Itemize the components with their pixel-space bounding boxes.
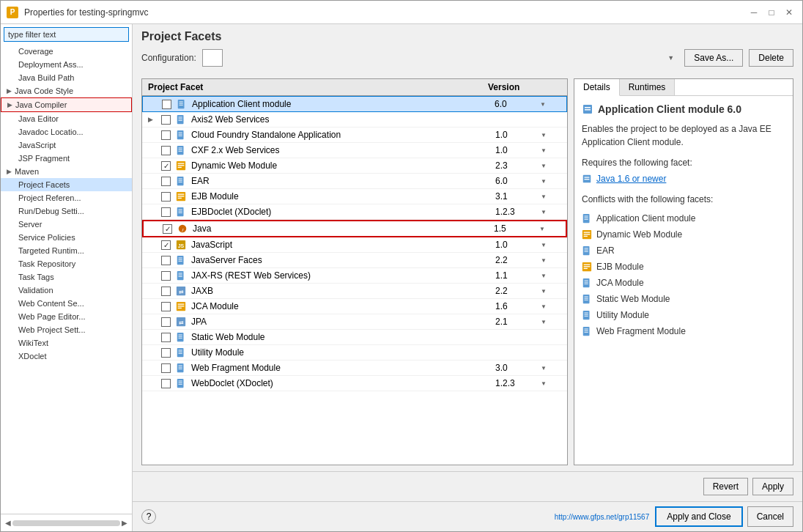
facet-version-dropdown[interactable]: ▼ [541, 257, 547, 264]
facet-checkbox-axis2[interactable] [161, 115, 171, 125]
sidebar-item-java-editor[interactable]: Java Editor [1, 112, 132, 125]
facet-checkbox-utility-module[interactable] [161, 348, 171, 358]
facet-version-dropdown[interactable]: ▼ [540, 101, 546, 108]
facet-version-dropdown[interactable]: ▼ [541, 380, 547, 387]
tab-runtimes[interactable]: Runtimes [620, 79, 676, 95]
scroll-right-arrow[interactable]: ▶ [120, 517, 129, 528]
facet-version-dropdown[interactable]: ▼ [541, 178, 547, 185]
sidebar-item-javadoc-location[interactable]: Javadoc Locatio... [1, 125, 132, 138]
sidebar-item-java-build-path[interactable]: Java Build Path [1, 71, 132, 84]
facet-row-ejb-module[interactable]: EJB Module 3.1 ▼ [142, 189, 567, 204]
sidebar-item-project-facets[interactable]: Project Facets [1, 178, 132, 191]
requires-value[interactable]: Java 1.6 or newer [596, 172, 666, 185]
sidebar-item-service-policies[interactable]: Service Policies [1, 231, 132, 244]
close-button[interactable]: ✕ [782, 6, 796, 19]
facet-version-dropdown[interactable]: ▼ [541, 132, 547, 138]
sidebar-item-task-repository[interactable]: Task Repository [1, 257, 132, 270]
facet-checkbox-java[interactable] [163, 224, 172, 234]
sidebar-item-run-debug-settings[interactable]: Run/Debug Setti... [1, 204, 132, 218]
conflict-name: Application Client module [596, 212, 695, 225]
facet-checkbox-javaserver-faces[interactable] [161, 256, 171, 265]
facet-row-ejbdoclet[interactable]: EJBDoclet (XDoclet) 1.2.3 ▼ [142, 204, 567, 220]
sidebar-item-project-references[interactable]: Project Referen... [1, 191, 132, 204]
facet-row-utility-module[interactable]: Utility Module [142, 345, 567, 361]
facet-version-dropdown[interactable]: ▼ [541, 163, 547, 169]
scroll-left-arrow[interactable]: ◀ [4, 517, 12, 528]
facet-checkbox-cxf[interactable] [161, 146, 171, 155]
sidebar-item-server[interactable]: Server [1, 218, 132, 231]
facet-checkbox-jaxb[interactable] [161, 287, 171, 296]
facet-version-dropdown[interactable]: ▼ [541, 209, 547, 215]
sidebar-item-wikitext[interactable]: WikiText [1, 336, 132, 350]
facet-row-javaserver-faces[interactable]: JavaServer Faces 2.2 ▼ [142, 253, 567, 268]
facet-row-cloud-foundry[interactable]: Cloud Foundry Standalone Application 1.0… [142, 128, 567, 143]
apply-and-close-button[interactable]: Apply and Close [655, 506, 742, 527]
facet-version-dropdown[interactable]: ▼ [541, 193, 547, 200]
facet-row-javascript[interactable]: JS JavaScript 1.0 ▼ [142, 237, 567, 253]
facet-row-jax-rs[interactable]: JAX-RS (REST Web Services) 1.1 ▼ [142, 268, 567, 284]
sidebar-item-coverage[interactable]: Coverage [1, 45, 132, 58]
sidebar-item-web-page-editor[interactable]: Web Page Editor... [1, 310, 132, 323]
facet-checkbox-jax-rs[interactable] [161, 271, 171, 281]
facet-version-dropdown[interactable]: ▼ [541, 365, 547, 372]
facet-checkbox-webdoclet[interactable] [161, 379, 171, 388]
facet-checkbox-ear[interactable] [161, 177, 171, 186]
sidebar-item-validation[interactable]: Validation [1, 284, 132, 297]
facet-version-dropdown[interactable]: ▼ [541, 273, 547, 279]
facet-version-dropdown[interactable]: ▼ [541, 319, 547, 325]
facet-checkbox-ejbdoclet[interactable] [161, 207, 171, 217]
cancel-button[interactable]: Cancel [747, 506, 793, 527]
facet-row-java[interactable]: J Java 1.5 ▼ [142, 220, 567, 237]
facet-checkbox-dynamic-web[interactable] [161, 161, 171, 171]
sidebar-item-java-compiler[interactable]: ▶Java Compiler [1, 97, 132, 112]
facet-checkbox-javascript[interactable] [161, 240, 171, 250]
facet-row-jpa[interactable]: ⇄ JPA 2.1 ▼ [142, 314, 567, 330]
sidebar-item-web-project-settings[interactable]: Web Project Sett... [1, 323, 132, 336]
sidebar-item-jsp-fragment[interactable]: JSP Fragment [1, 152, 132, 165]
sidebar-item-maven[interactable]: ▶Maven [1, 165, 132, 178]
sidebar-item-javascript[interactable]: JavaScript [1, 138, 132, 152]
tab-details[interactable]: Details [574, 79, 620, 96]
delete-button[interactable]: Delete [749, 49, 793, 67]
svg-rect-85 [585, 251, 588, 252]
facet-row-jaxb[interactable]: ⇄ JAXB 2.2 ▼ [142, 284, 567, 299]
apply-button[interactable]: Apply [752, 478, 793, 495]
bottom-bar: Revert Apply [133, 471, 802, 501]
sidebar-item-targeted-runtime[interactable]: Targeted Runtim... [1, 244, 132, 257]
restore-button[interactable]: □ [764, 6, 779, 19]
facet-row-app-client[interactable]: Application Client module 6.0 ▼ [142, 96, 567, 112]
facet-version-dropdown[interactable]: ▼ [541, 242, 547, 248]
facet-version-dropdown[interactable]: ▼ [541, 303, 547, 310]
svg-rect-62 [179, 367, 182, 368]
facet-checkbox-static-web[interactable] [161, 333, 171, 342]
facet-checkbox-app-client[interactable] [162, 100, 171, 109]
facet-version-dropdown[interactable]: ▼ [539, 226, 545, 232]
facet-version-dropdown[interactable]: ▼ [541, 147, 547, 154]
facet-row-static-web[interactable]: Static Web Module [142, 330, 567, 345]
facet-checkbox-ejb-module[interactable] [161, 192, 171, 202]
facet-row-cxf[interactable]: CXF 2.x Web Services 1.0 ▼ [142, 143, 567, 158]
facet-checkbox-jpa[interactable] [161, 317, 171, 327]
facet-row-web-fragment[interactable]: Web Fragment Module 3.0 ▼ [142, 361, 567, 376]
sidebar-item-xdoclet[interactable]: XDoclet [1, 350, 132, 363]
sidebar-item-java-code-style[interactable]: ▶Java Code Style [1, 84, 132, 97]
facet-checkbox-web-fragment[interactable] [161, 363, 171, 373]
facet-row-jca-module[interactable]: JCA Module 1.6 ▼ [142, 299, 567, 314]
facet-row-webdoclet[interactable]: WebDoclet (XDoclet) 1.2.3 ▼ [142, 376, 567, 391]
help-button[interactable]: ? [141, 509, 156, 524]
facet-row-dynamic-web[interactable]: Dynamic Web Module 2.3 ▼ [142, 158, 567, 174]
config-select[interactable] [202, 49, 223, 67]
facet-row-axis2[interactable]: ▶ Axis2 Web Services [142, 112, 567, 128]
facet-checkbox-jca-module[interactable] [161, 302, 171, 311]
horizontal-scrollbar[interactable] [12, 520, 120, 526]
search-input[interactable] [4, 27, 129, 42]
facet-row-ear[interactable]: EAR 6.0 ▼ [142, 174, 567, 189]
sidebar-item-deployment-assembly[interactable]: Deployment Ass... [1, 58, 132, 71]
save-as-button[interactable]: Save As... [684, 49, 743, 67]
sidebar-item-web-content-settings[interactable]: Web Content Se... [1, 297, 132, 310]
facet-version-dropdown[interactable]: ▼ [541, 288, 547, 295]
sidebar-item-task-tags[interactable]: Task Tags [1, 270, 132, 284]
minimize-button[interactable]: ─ [747, 6, 761, 19]
revert-button[interactable]: Revert [703, 478, 748, 495]
facet-checkbox-cloud-foundry[interactable] [161, 130, 171, 140]
